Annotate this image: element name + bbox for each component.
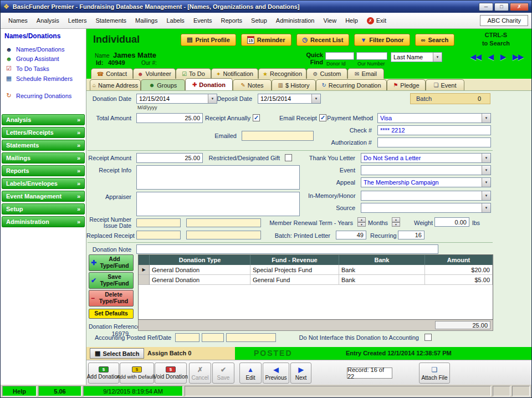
charity-selector[interactable]: ABC Charity	[480, 15, 528, 26]
select-batch-button[interactable]: ▦ Select Batch	[90, 348, 144, 359]
sidebar-item-group-assistant[interactable]: ☻ Group Assistant	[1, 54, 86, 64]
tab-donation[interactable]: ✚Donation	[185, 78, 233, 90]
menu-reports[interactable]: Reports	[217, 15, 247, 26]
menu-setup[interactable]: Setup	[247, 15, 272, 26]
quick-find-our-number-input[interactable]	[356, 52, 387, 60]
spin-up-icon[interactable]: ▲	[392, 217, 400, 222]
receipt-annually-checkbox[interactable]: ✓	[253, 114, 260, 121]
receipt-info-textarea[interactable]	[136, 165, 300, 190]
weight-input[interactable]: 0.00	[434, 217, 469, 227]
no-interface-checkbox[interactable]	[424, 334, 432, 341]
accounting-date-field[interactable]	[226, 333, 276, 342]
add-type-fund-button[interactable]: ✚ Add Type/Fund	[89, 254, 134, 271]
sidebar-section-letters-receipts[interactable]: Letters/Receipts»	[2, 127, 85, 138]
search-button[interactable]: ∞ Search	[415, 34, 455, 46]
sidebar-item-recurring-donations[interactable]: ↻ Recurring Donations	[1, 91, 86, 101]
spin-down-icon[interactable]: ▼	[357, 222, 366, 227]
last-record-button[interactable]: ▶▶	[513, 53, 524, 61]
void-donation-button[interactable]: $ Void Donation	[155, 363, 187, 384]
save-button[interactable]: ✔ Save	[212, 363, 234, 384]
close-button[interactable]: ✗	[510, 3, 529, 11]
total-amount-input[interactable]: 25.00	[136, 113, 203, 123]
receipt-amount-input[interactable]: 25.00	[136, 153, 203, 163]
search-by-select[interactable]: Last Name ▼	[391, 52, 442, 62]
tab-recurring-donation[interactable]: ↻Recurring Donation	[316, 79, 387, 90]
receipt-number-field[interactable]	[136, 218, 181, 227]
menu-administration[interactable]: Administration	[272, 15, 319, 26]
tab-groups[interactable]: ☻Groups	[141, 79, 185, 90]
accounting-ref-field-2[interactable]	[202, 333, 224, 342]
donation-date-select[interactable]: 12/15/2014 ▼	[136, 94, 217, 104]
print-profile-button[interactable]: ▤ Print Profile	[181, 34, 236, 46]
authorization-input[interactable]	[377, 137, 491, 147]
in-memory-select[interactable]: ▼	[361, 191, 491, 201]
menu-mailings[interactable]: Mailings	[131, 15, 162, 26]
tab-recognition[interactable]: ★Recognition	[258, 68, 306, 79]
tab-notification[interactable]: ✦Notification	[211, 68, 258, 79]
replaced-receipt-field-1[interactable]	[136, 231, 181, 239]
menu-letters[interactable]: Letters	[64, 15, 91, 26]
first-record-button[interactable]: ◀◀	[470, 53, 482, 61]
cancel-button[interactable]: ✗ Cancel	[189, 363, 211, 384]
tab-custom[interactable]: ⚙Custom	[306, 68, 347, 79]
source-select[interactable]: ▼	[361, 203, 491, 213]
recent-list-button[interactable]: ◷ Recent List	[296, 34, 350, 46]
sidebar-item-schedule-reminders[interactable]: ▦ Schedule Reminders	[1, 74, 86, 84]
sidebar-section-mailings[interactable]: Mailings»	[2, 152, 85, 164]
grid-header-bank[interactable]: Bank	[339, 255, 425, 265]
event-select[interactable]: ▼	[361, 165, 491, 175]
grid-row-1[interactable]: ▶ General Donation Special Projects Fund…	[139, 265, 493, 275]
menu-exit[interactable]: ✗ Exit	[362, 15, 391, 27]
check-number-input[interactable]: **** 2212	[377, 125, 491, 135]
sidebar-section-setup[interactable]: Setup»	[2, 203, 85, 215]
help-button[interactable]: Help	[2, 386, 37, 396]
edit-button[interactable]: ▲ Edit	[239, 363, 262, 384]
reminder-button[interactable]: 15 Reminder	[241, 34, 291, 46]
sidebar-section-labels-envelopes[interactable]: Labels/Envelopes»	[2, 178, 85, 189]
set-defaults-button[interactable]: Set Defaults	[89, 309, 134, 319]
tab-name-address[interactable]: ⌂Name Address	[90, 79, 141, 90]
tab-history[interactable]: ▥$ History	[272, 79, 316, 90]
tab-email[interactable]: ✉Email	[347, 68, 384, 79]
years-spinner[interactable]: ▲ ▼	[357, 217, 366, 227]
minimize-button[interactable]: ─	[479, 3, 493, 11]
previous-button[interactable]: ◀ Previous	[263, 363, 289, 384]
menu-analysis[interactable]: Analysis	[32, 15, 64, 26]
add-with-defaults-button[interactable]: $ Add with Defaults	[120, 363, 154, 384]
appraiser-textarea[interactable]	[136, 192, 300, 216]
previous-record-button[interactable]: ◀	[488, 53, 494, 61]
sidebar-item-names-donations[interactable]: ☻ Names/Donations	[1, 45, 86, 54]
tab-contact[interactable]: ☎Contact	[91, 68, 133, 79]
tab-notes[interactable]: ✎Notes	[233, 79, 272, 90]
menu-view[interactable]: View	[319, 15, 341, 26]
next-button[interactable]: ▶ Next	[290, 363, 311, 384]
appeal-select[interactable]: The Membership Campaign ▼	[361, 177, 491, 187]
deposit-date-select[interactable]: 12/15/2014 ▼	[258, 94, 321, 104]
maximize-button[interactable]: □	[494, 3, 509, 11]
restricted-gift-checkbox[interactable]	[285, 154, 292, 161]
next-record-button[interactable]: ▶	[500, 53, 506, 61]
issue-date-field[interactable]	[186, 218, 261, 227]
save-type-fund-button[interactable]: ✔ Save Type/Fund	[89, 272, 134, 289]
menu-events[interactable]: Events	[189, 15, 217, 26]
grid-header-amount[interactable]: Amount	[425, 255, 493, 265]
spin-up-icon[interactable]: ▲	[357, 217, 366, 222]
menu-labels[interactable]: Labels	[162, 15, 188, 26]
grid-header-donation-type[interactable]: Donation Type	[150, 255, 250, 265]
grid-header-fund-revenue[interactable]: Fund - Revenue	[250, 255, 339, 265]
quick-find-donor-id-input[interactable]	[325, 52, 354, 60]
sidebar-section-administration[interactable]: Administration»	[2, 216, 85, 227]
add-donation-button[interactable]: $ Add Donation	[88, 363, 119, 384]
replaced-receipt-field-2[interactable]	[186, 231, 261, 239]
sidebar-section-event-management[interactable]: Event Management»	[2, 191, 85, 202]
accounting-ref-field-1[interactable]	[175, 333, 200, 342]
emailed-field[interactable]	[242, 131, 314, 141]
sidebar-item-to-do-tasks[interactable]: ☑ To Do Tasks	[1, 64, 86, 74]
tab-volunteer[interactable]: ☻Volunteer	[133, 68, 176, 79]
spin-down-icon[interactable]: ▼	[392, 222, 400, 227]
tab-to-do[interactable]: ☑To Do	[176, 68, 211, 79]
sidebar-section-statements[interactable]: Statements»	[2, 140, 85, 151]
donation-note-input[interactable]	[136, 244, 438, 254]
attach-file-button[interactable]: ❏ Attach File	[419, 363, 450, 384]
grid-row-2[interactable]: General Donation General Fund Bank $5.00	[139, 275, 493, 285]
